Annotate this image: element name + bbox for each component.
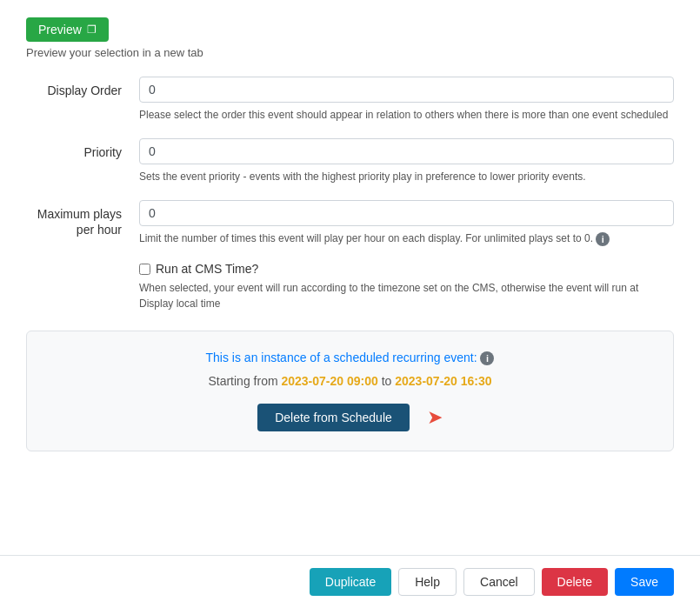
preview-button[interactable]: Preview ❐ xyxy=(26,17,109,42)
action-bar: Duplicate Help Cancel Delete Save xyxy=(0,555,700,608)
max-plays-hint: Limit the number of times this event wil… xyxy=(139,231,674,246)
preview-section: Preview ❐ Preview your selection in a ne… xyxy=(26,17,674,59)
recurring-info-icon[interactable]: i xyxy=(480,351,494,365)
form-section: Display Order Please select the order th… xyxy=(26,77,674,311)
max-plays-row: Maximum plays per hour Limit the number … xyxy=(26,200,674,246)
delete-button[interactable]: Delete xyxy=(542,568,608,596)
run-at-cms-row: Run at CMS Time? xyxy=(139,262,674,276)
run-at-cms-checkbox[interactable] xyxy=(139,264,150,275)
external-link-icon: ❐ xyxy=(87,23,97,36)
display-order-row: Display Order Please select the order th… xyxy=(26,77,674,123)
max-plays-field-wrap: Limit the number of times this event wil… xyxy=(139,200,674,246)
duplicate-button[interactable]: Duplicate xyxy=(310,568,391,596)
max-plays-label: Maximum plays per hour xyxy=(26,200,139,237)
start-date: 2023-07-20 09:00 xyxy=(281,374,377,388)
priority-label: Priority xyxy=(26,138,139,160)
display-order-input[interactable] xyxy=(139,77,674,103)
preview-label: Preview xyxy=(38,23,82,37)
cancel-button[interactable]: Cancel xyxy=(463,568,535,596)
run-at-cms-text: Run at CMS Time? xyxy=(156,262,258,276)
save-button[interactable]: Save xyxy=(615,568,674,596)
priority-input[interactable] xyxy=(139,138,674,164)
recurring-title: This is an instance of a scheduled recur… xyxy=(44,351,656,365)
end-date: 2023-07-20 16:30 xyxy=(395,374,491,388)
run-at-cms-label[interactable]: Run at CMS Time? xyxy=(139,262,258,276)
recurring-dates: Starting from 2023-07-20 09:00 to 2023-0… xyxy=(44,374,656,388)
main-content: Preview ❐ Preview your selection in a ne… xyxy=(0,0,700,486)
display-order-label: Display Order xyxy=(26,77,139,98)
display-order-field-wrap: Please select the order this event shoul… xyxy=(139,77,674,123)
max-plays-input[interactable] xyxy=(139,200,674,226)
preview-hint: Preview your selection in a new tab xyxy=(26,46,674,59)
priority-hint: Sets the event priority - events with th… xyxy=(139,169,674,184)
priority-field-wrap: Sets the event priority - events with th… xyxy=(139,138,674,184)
display-order-hint: Please select the order this event shoul… xyxy=(139,107,674,123)
priority-row: Priority Sets the event priority - event… xyxy=(26,138,674,184)
delete-from-schedule-button[interactable]: Delete from Schedule xyxy=(257,404,410,431)
max-plays-info-icon[interactable]: i xyxy=(596,232,610,246)
run-at-cms-hint: When selected, your event will run accor… xyxy=(139,280,674,311)
help-button[interactable]: Help xyxy=(398,568,457,596)
red-arrow-icon: ➤ xyxy=(427,408,443,427)
recurring-event-box: This is an instance of a scheduled recur… xyxy=(26,331,674,451)
